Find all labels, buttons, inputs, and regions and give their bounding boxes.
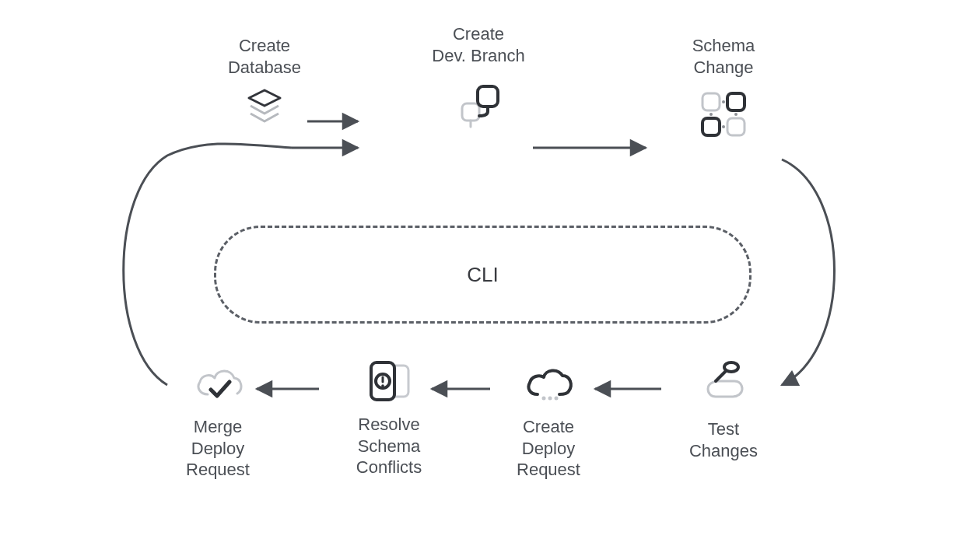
label-create-dev-branch: Create Dev. Branch [401, 23, 556, 66]
node-merge-deploy-request: Merge Deploy Request [148, 362, 288, 481]
branch-icon [401, 80, 556, 135]
node-test-changes: Test Changes [661, 358, 786, 461]
label-resolve-schema-conflicts: Resolve Schema Conflicts [311, 414, 467, 478]
database-stack-icon [202, 86, 327, 132]
cloud-check-icon [148, 362, 288, 405]
svg-point-18 [548, 397, 552, 401]
node-create-database: Create Database [202, 35, 327, 132]
cli-box: CLI [214, 226, 752, 324]
svg-rect-11 [727, 118, 745, 135]
label-create-database: Create Database [202, 35, 327, 78]
label-merge-deploy-request: Merge Deploy Request [148, 416, 288, 481]
svg-rect-10 [702, 118, 720, 135]
node-create-deploy-request: Create Deploy Request [478, 362, 618, 481]
label-schema-change: Schema Change [661, 35, 786, 78]
label-test-changes: Test Changes [661, 418, 786, 461]
test-stamp-icon [661, 358, 786, 408]
svg-point-16 [724, 362, 738, 372]
svg-rect-8 [702, 93, 720, 110]
svg-point-24 [381, 384, 384, 387]
svg-rect-9 [727, 93, 745, 110]
conflict-icon [311, 358, 467, 406]
workflow-diagram: CLI Create Database Create Dev. Branch [0, 0, 960, 560]
node-resolve-schema-conflicts: Resolve Schema Conflicts [311, 358, 467, 478]
svg-rect-7 [478, 86, 498, 107]
svg-point-14 [709, 113, 713, 116]
cli-label: CLI [467, 263, 498, 287]
node-schema-change: Schema Change [661, 35, 786, 140]
cloud-deploy-icon [478, 362, 618, 405]
node-create-dev-branch: Create Dev. Branch [401, 23, 556, 135]
svg-point-19 [555, 397, 559, 401]
svg-point-12 [722, 100, 725, 103]
svg-point-15 [734, 113, 738, 116]
svg-rect-6 [462, 103, 479, 121]
schema-grid-icon [661, 89, 786, 140]
svg-point-17 [542, 397, 546, 401]
svg-point-13 [722, 125, 725, 128]
label-create-deploy-request: Create Deploy Request [478, 416, 618, 481]
